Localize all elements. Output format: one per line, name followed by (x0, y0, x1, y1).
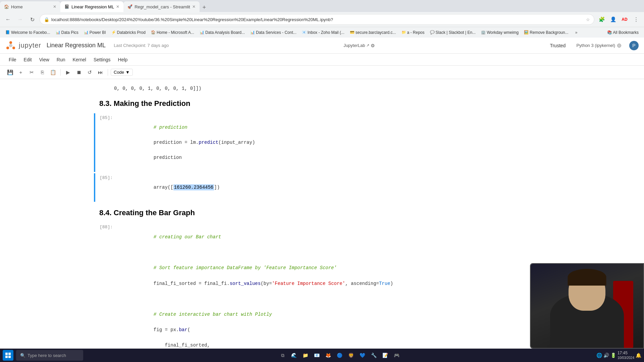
notebook-inner: 0, 0, 0, 0, 1, 0, 0, 0, 1, 0]]) 8.3. Mak… (94, 79, 550, 362)
trusted-badge: Trusted (550, 43, 566, 48)
menu-help[interactable]: Help (115, 56, 131, 64)
menu-kernel[interactable]: Kernel (69, 56, 89, 64)
bookmark-analysis[interactable]: 📊 Data Analysis Board... (198, 29, 247, 36)
notifications-icon[interactable]: 🔔 (636, 353, 641, 358)
all-bookmarks[interactable]: 📚 All Bookmarks (605, 29, 641, 36)
bookmark-datapics[interactable]: 📊 Data Pics (54, 29, 80, 36)
menu-view[interactable]: View (36, 56, 53, 64)
browser-toolbar-icons: 🧩 👤 AD ⋮ (597, 15, 641, 24)
volume-icon: 🔊 (603, 353, 609, 358)
bookmark-removebg[interactable]: 🖼️ Remove Backgroun... (522, 29, 570, 36)
svg-rect-5 (8, 353, 11, 355)
bookmarks-more[interactable]: » (573, 29, 580, 36)
c6: final_fi_sorted, (154, 343, 210, 348)
external-link-icon: ↗ (366, 43, 369, 48)
menu-settings[interactable]: Settings (90, 56, 114, 64)
code-prediction-var: prediction = lm. (154, 140, 199, 145)
address-text: localhost:8888/notebooks/Desktop/2024%20… (51, 17, 584, 22)
taskbar-app-notes[interactable]: 📝 (380, 350, 391, 361)
bookmark-dataservices[interactable]: 📊 Data Services - Cont... (248, 29, 299, 36)
taskbar-app-game[interactable]: 🎮 (391, 350, 402, 361)
bookmark-repos[interactable]: 📁 a - Repos (399, 29, 427, 36)
c1: # creating our Bar chart (154, 234, 221, 240)
code-predict-fn: predict (199, 140, 218, 145)
interrupt-button[interactable]: ⏹ (74, 68, 84, 77)
taskbar-right-area: 🌐 🔊 🔋 17:4510/03/2024 🔔 (596, 351, 641, 360)
person-beard (572, 296, 602, 309)
star-icon[interactable]: ☆ (586, 17, 590, 22)
jupyter-logo: jupyter (5, 40, 41, 51)
taskbar-app-outlook[interactable]: 📧 (312, 350, 322, 361)
bookmark-barclaycard[interactable]: 💳 secure.barclaycard.c... (348, 29, 398, 36)
menu-file[interactable]: File (5, 56, 20, 64)
bookmarks-bar: 📘 Welcome to Facebo... 📊 Data Pics 📊 Pow… (0, 27, 644, 38)
forward-button[interactable]: → (15, 15, 25, 24)
cell-85-body[interactable]: # prediction prediction = lm.predict(inp… (115, 113, 550, 172)
taskbar-app-firefox[interactable]: 🦊 (323, 350, 334, 361)
notebook-tab-close[interactable]: ✕ (116, 4, 119, 9)
taskbar-start-button[interactable] (3, 350, 13, 361)
array-output-top: 0, 0, 0, 0, 1, 0, 0, 0, 1, 0]]) (94, 84, 550, 94)
taskbar-app-vscode[interactable]: 💙 (357, 350, 368, 361)
cut-button[interactable]: ✂ (27, 68, 36, 77)
notebook-tab-label: Linear Regression ML (71, 4, 114, 9)
streamlit-tab-label: Regr_model_cars - Streamlit (135, 4, 190, 9)
restart-button[interactable]: ↺ (85, 68, 94, 77)
notebook-favicon: 📓 (64, 4, 69, 9)
save-button[interactable]: 💾 (5, 68, 15, 77)
kernel-label: Python 3 (ipykernel) (576, 43, 615, 48)
svg-rect-7 (8, 356, 11, 358)
streamlit-favicon: 🚀 (127, 4, 132, 9)
address-bar-row: ← → ↻ 🔒 localhost:8888/notebooks/Desktop… (0, 12, 644, 27)
kernel-status-circle (617, 44, 621, 48)
menu-edit[interactable]: Edit (20, 56, 35, 64)
bookmark-facebook[interactable]: 📘 Welcome to Facebo... (3, 29, 52, 36)
adblock-icon[interactable]: AD (620, 15, 629, 24)
kernel-status: Python 3 (ipykernel) (576, 43, 621, 48)
taskbar-app-explorer[interactable]: 📁 (300, 350, 311, 361)
reload-button[interactable]: ↻ (28, 15, 37, 24)
streamlit-tab-close[interactable]: ✕ (192, 4, 196, 9)
taskbar-app-brave[interactable]: 🦁 (346, 350, 357, 361)
more-tools-icon[interactable]: ⋮ (631, 15, 641, 24)
lock-icon: 🔒 (44, 17, 49, 22)
address-bar[interactable]: 🔒 localhost:8888/notebooks/Desktop/2024%… (40, 14, 594, 25)
bookmark-databricks[interactable]: ⚡ Databricks Prod (109, 29, 148, 36)
highlighted-value[interactable]: 161260.2364456 (173, 184, 214, 190)
home-tab-close[interactable]: ✕ (53, 4, 56, 9)
copy-button[interactable]: ⎘ (38, 68, 47, 77)
cell-85-prompt: [85]: (97, 113, 115, 172)
c3: final_fi_sorted = final_fi.sort_values(b… (154, 281, 393, 286)
add-cell-button[interactable]: + (16, 68, 25, 77)
cell-type-selector[interactable]: Code ▼ (111, 69, 133, 76)
paste-button[interactable]: 📋 (48, 68, 58, 77)
bookmark-microsoft[interactable]: 🏠 Home - Microsoft A... (149, 29, 196, 36)
extensions-icon[interactable]: 🧩 (597, 15, 606, 24)
back-button[interactable]: ← (3, 15, 13, 24)
cell-88-body[interactable]: # creating our Bar chart # Sort feature … (115, 223, 550, 362)
menu-run[interactable]: Run (53, 56, 69, 64)
jupyterlab-link[interactable]: JupyterLab ↗ ⚙ (341, 42, 378, 49)
run-button[interactable]: ▶ (63, 68, 73, 77)
taskbar-app-edge[interactable]: 🌊 (289, 350, 300, 361)
code-prediction-ref: prediction (154, 155, 182, 160)
bookmark-powerbi[interactable]: 📊 Power BI (82, 29, 108, 36)
taskbar-search-box[interactable]: 🔍 Type here to search (16, 350, 83, 361)
bookmark-workday[interactable]: 🏢 Workday wmeimg (479, 29, 521, 36)
taskbar-app-git[interactable]: 🔧 (369, 350, 379, 361)
settings-icon[interactable]: ⚙ (371, 43, 375, 48)
tab-notebook[interactable]: 📓 Linear Regression ML ✕ (60, 1, 123, 12)
taskbar-app-chrome[interactable]: 🔵 (334, 350, 345, 361)
restart-run-button[interactable]: ⏭ (96, 68, 105, 77)
svg-point-0 (9, 41, 12, 44)
top-output-text: 0, 0, 0, 0, 1, 0, 0, 0, 1, 0]]) (114, 86, 201, 91)
dropdown-arrow-icon: ▼ (125, 70, 130, 75)
tab-streamlit[interactable]: 🚀 Regr_model_cars - Streamlit ✕ (123, 1, 199, 12)
bookmark-inbox[interactable]: 📧 Inbox - Zoho Mail (... (300, 29, 346, 36)
tab-home[interactable]: 🏠 Home ✕ (0, 1, 60, 12)
taskbar-app-taskview[interactable]: ⧉ (277, 350, 288, 361)
bookmark-slack[interactable]: 💬 Slack | Slackbot | En... (428, 29, 478, 36)
person-hair (568, 269, 606, 286)
profile-icon[interactable]: 👤 (608, 15, 618, 24)
new-tab-button[interactable]: + (200, 3, 209, 12)
